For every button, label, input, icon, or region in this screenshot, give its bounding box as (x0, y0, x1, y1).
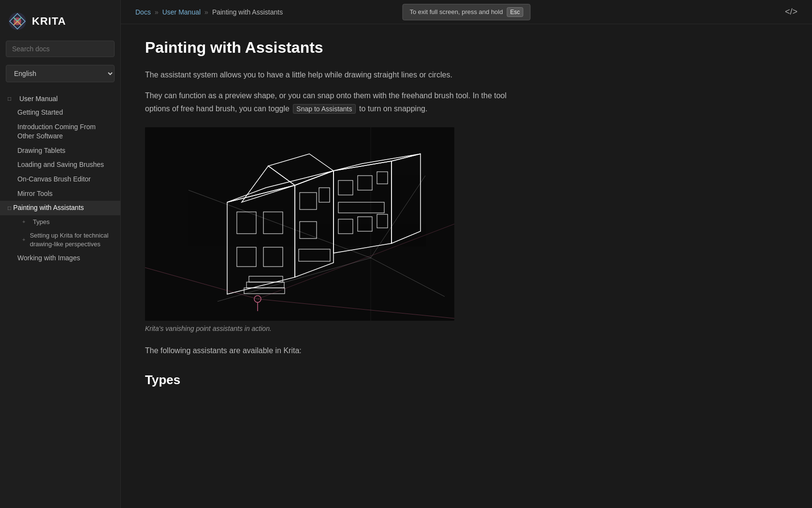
breadcrumb: Docs » User Manual » Painting with Assis… (135, 8, 283, 16)
breadcrumb-sep-1: » (155, 8, 159, 16)
sidebar-item-setting-up-krita[interactable]: + Setting up Krita for technical drawing… (0, 229, 120, 251)
fullscreen-tooltip: To exit full screen, press and hold Esc (403, 4, 531, 20)
code-view-icon[interactable]: </> (785, 7, 798, 17)
plus-icon: + (22, 218, 29, 225)
sidebar-item-mirror-tools[interactable]: Mirror Tools (0, 187, 120, 201)
para-2-post: to turn on snapping. (359, 105, 427, 113)
snap-to-assistants-label: Snap to Assistants (293, 104, 355, 114)
house-wireframe-svg (145, 127, 454, 321)
sidebar-item-working-with-images[interactable]: Working with Images (0, 251, 120, 266)
plus-icon-2: + (22, 236, 26, 243)
sidebar-item-on-canvas-brush-editor[interactable]: On-Canvas Brush Editor (0, 172, 120, 187)
breadcrumb-docs[interactable]: Docs (135, 8, 151, 16)
types-heading: Types (145, 373, 532, 388)
search-input[interactable] (6, 41, 115, 57)
sidebar-item-drawing-tablets[interactable]: Drawing Tablets (0, 144, 120, 158)
content-area: Painting with Assistants The assistant s… (121, 24, 556, 422)
para-1: The assistant system allows you to have … (145, 68, 532, 81)
sidebar-item-painting-with-assistants[interactable]: □Painting with Assistants (0, 201, 120, 215)
breadcrumb-sep-2: » (204, 8, 208, 16)
para-2: They can function as a preview shape, or… (145, 89, 532, 115)
tooltip-text: To exit full screen, press and hold (410, 8, 503, 15)
sidebar-item-getting-started[interactable]: Getting Started (0, 105, 120, 120)
expand-icon: □ (8, 204, 11, 212)
para-3: The following assistants are available i… (145, 344, 532, 357)
figure-image (145, 127, 454, 321)
sidebar-item-intro-coming-from[interactable]: Introduction Coming From Other Software (0, 120, 120, 144)
user-manual-label: User Manual (19, 95, 58, 103)
sidebar-item-loading-saving-brushes[interactable]: Loading and Saving Brushes (0, 158, 120, 172)
breadcrumb-user-manual[interactable]: User Manual (162, 8, 201, 16)
main-content: Docs » User Manual » Painting with Assis… (121, 0, 812, 508)
house-figure: Krita's vanishing point assistants in ac… (145, 127, 532, 332)
collapse-icon: □ (8, 95, 15, 102)
app-title: KRITA (32, 15, 66, 28)
page-title: Painting with Assistants (145, 39, 532, 57)
figure-caption: Krita's vanishing point assistants in ac… (145, 325, 532, 332)
krita-logo-icon (8, 12, 27, 31)
sidebar: KRITA English Français Deutsch Español □… (0, 0, 121, 508)
top-bar: Docs » User Manual » Painting with Assis… (121, 0, 812, 24)
esc-key-badge: Esc (507, 7, 523, 17)
sidebar-item-types[interactable]: + Types (0, 215, 120, 229)
breadcrumb-current: Painting with Assistants (212, 8, 283, 16)
nav-section-user-manual: □ User Manual Getting Started Introducti… (0, 92, 120, 269)
user-manual-section-header[interactable]: □ User Manual (0, 92, 120, 105)
logo-area: KRITA (0, 8, 120, 41)
language-select[interactable]: English Français Deutsch Español (6, 65, 115, 82)
